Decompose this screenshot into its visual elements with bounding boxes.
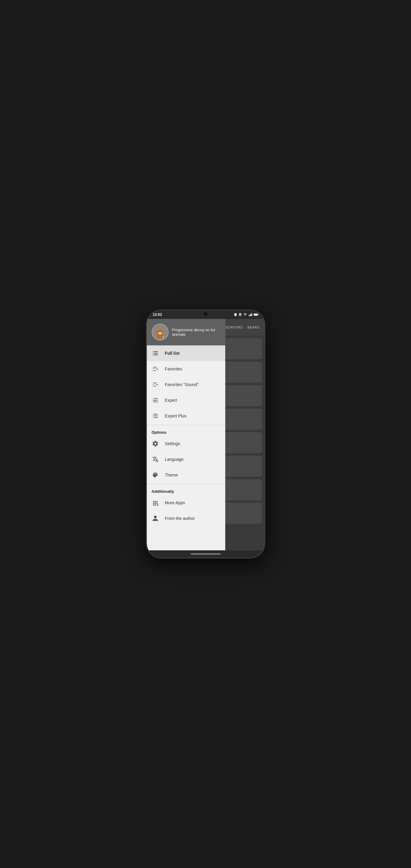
svg-rect-0 [239,313,241,316]
wifi-icon [243,313,247,316]
drawer-item-from-author[interactable]: From the author [147,510,225,526]
divider-2 [147,484,225,484]
svg-point-20 [160,331,161,332]
shield-icon [234,313,237,316]
expert-icon [152,397,159,404]
additionally-section-title: Additionally [147,486,225,495]
nav-drawer: Progressive decoy on fur animals Full li… [147,319,225,550]
svg-rect-28 [153,400,154,401]
theme-icon [152,471,159,478]
drawer-body: Full list Favorites Favorites "Sound" [147,345,225,550]
svg-point-27 [161,337,163,338]
svg-rect-10 [254,314,257,315]
list-icon [152,350,159,357]
language-icon [152,456,159,463]
svg-point-19 [158,331,159,332]
home-indicator[interactable] [190,553,221,555]
status-bar: 12:02 [147,310,264,319]
svg-point-26 [157,337,159,338]
person-icon [152,515,159,522]
svg-rect-6 [251,314,251,316]
drawer-header: Progressive decoy on fur animals [147,319,225,345]
svg-rect-3 [239,315,241,315]
battery-icon [254,313,258,316]
drawer-item-theme[interactable]: Theme [147,467,225,483]
svg-rect-1 [239,314,240,315]
drawer-item-settings-label: Settings [165,441,180,446]
status-time: 12:02 [153,313,162,317]
svg-rect-7 [252,313,252,316]
svg-point-30 [157,504,158,505]
options-section-title: Options [147,427,225,436]
phone-frame: 12:02 PREDATORS BEARS [147,310,264,558]
favorites-icon [152,365,159,373]
drawer-item-settings[interactable]: Settings [147,436,225,452]
signal-icon [248,313,253,316]
drawer-item-expert-label: Expert [165,398,177,403]
drawer-item-expert-plus[interactable]: Expert Plus [147,408,225,424]
more-apps-icon [152,499,159,506]
gear-icon [152,440,159,447]
drawer-item-from-author-label: From the author [165,516,195,521]
phone-screen: 12:02 PREDATORS BEARS [147,310,264,558]
favorites-sound-icon [152,381,159,388]
svg-rect-4 [249,315,249,316]
drawer-item-more-apps-label: More Apps [165,500,185,505]
drawer-title: Progressive decoy on fur animals [172,328,221,337]
drawer-item-favorites-sound-label: Favorites "Sound" [165,382,199,387]
svg-rect-2 [240,314,241,315]
drawer-item-favorites[interactable]: Favorites [147,361,225,377]
drawer-item-expert[interactable]: Expert [147,393,225,408]
drawer-item-language[interactable]: Language [147,452,225,467]
svg-point-23 [159,333,160,333]
drawer-item-full-list-label: Full list [165,351,180,355]
drawer-item-full-list[interactable]: Full list [147,345,225,361]
avatar [152,324,169,341]
header-tab-bears[interactable]: BEARS [247,326,260,329]
camera-notch [204,312,207,316]
fox-image [152,324,168,340]
drawer-item-favorites-sound[interactable]: Favorites "Sound" [147,377,225,393]
sim-icon [238,313,242,316]
home-indicator-bar [147,550,264,558]
svg-rect-5 [250,314,250,316]
divider-1 [147,425,225,425]
drawer-item-expert-plus-label: Expert Plus [165,413,187,418]
drawer-item-language-label: Language [165,457,184,462]
drawer-item-favorites-label: Favorites [165,367,182,371]
drawer-item-theme-label: Theme [165,472,178,477]
svg-rect-9 [258,314,258,315]
expert-plus-icon [152,412,159,420]
status-icons [234,313,258,316]
svg-point-21 [159,332,159,332]
drawer-item-more-apps[interactable]: More Apps [147,495,225,510]
main-content: PREDATORS BEARS [147,319,264,550]
